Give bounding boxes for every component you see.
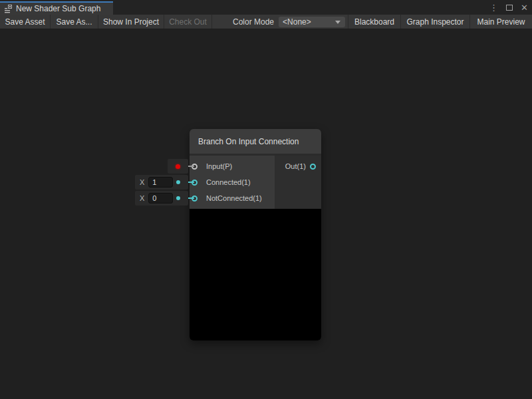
connected-value-field[interactable]: 1 — [148, 177, 173, 188]
out-port-icon[interactable] — [310, 164, 316, 170]
input-port-label: Input(P) — [206, 162, 232, 170]
x-axis-label: X — [140, 194, 144, 202]
toolbar-left-group: Save Asset Save As... Show In Project Ch… — [0, 15, 212, 29]
input-default-swatch-widget — [168, 159, 188, 174]
notconnected-value-field[interactable]: 0 — [148, 193, 173, 203]
port-row-connected: Connected(1) — [190, 174, 275, 190]
notconnected-port-label: NotConnected(1) — [206, 194, 262, 202]
node-body: Input(P) Connected(1) NotConnected(1) Ou… — [190, 156, 321, 209]
close-icon[interactable]: ✕ — [521, 3, 528, 12]
title-bar: New Shader Sub Graph ⋮ ✕ — [0, 0, 532, 15]
subgraph-asset-icon — [4, 5, 13, 13]
port-row-notconnected: NotConnected(1) — [190, 190, 275, 206]
node-preview — [190, 209, 321, 340]
window-controls: ⋮ ✕ — [489, 0, 528, 15]
save-as-button[interactable]: Save As... — [51, 15, 98, 29]
tab-title: New Shader Sub Graph — [16, 4, 100, 13]
out-port-label: Out(1) — [285, 162, 306, 170]
node-output-ports: Out(1) — [275, 156, 321, 209]
x-axis-label: X — [140, 178, 144, 186]
notconnected-default-widget: X 0 — [135, 191, 188, 205]
color-mode-group: Color Mode <None> — [233, 15, 345, 29]
check-out-button[interactable]: Check Out — [164, 15, 212, 29]
toolbar: Save Asset Save As... Show In Project Ch… — [0, 15, 532, 29]
tab-new-shader-sub-graph[interactable]: New Shader Sub Graph — [0, 1, 113, 15]
graph-canvas[interactable]: Branch On Input Connection Input(P) Conn… — [0, 29, 532, 398]
notconnected-widget-dot-icon — [176, 196, 180, 200]
connected-port-label: Connected(1) — [206, 178, 251, 186]
blackboard-toggle-button[interactable]: Blackboard — [348, 15, 400, 29]
predicate-dot-icon[interactable] — [176, 164, 180, 169]
maximize-icon[interactable] — [506, 5, 513, 11]
color-mode-label: Color Mode — [233, 17, 274, 27]
connected-default-widget: X 1 — [135, 175, 188, 190]
menu-icon[interactable]: ⋮ — [489, 3, 498, 12]
node-branch-on-input-connection[interactable]: Branch On Input Connection Input(P) Conn… — [190, 129, 321, 340]
node-title-bar[interactable]: Branch On Input Connection — [190, 129, 321, 154]
port-row-input: Input(P) — [190, 158, 275, 174]
color-mode-dropdown[interactable]: <None> — [279, 17, 345, 27]
dropdown-arrow-icon — [335, 21, 340, 24]
save-asset-button[interactable]: Save Asset — [0, 15, 51, 29]
graph-inspector-toggle-button[interactable]: Graph Inspector — [400, 15, 469, 29]
connected-widget-dot-icon — [176, 180, 180, 184]
node-title: Branch On Input Connection — [198, 137, 299, 146]
main-preview-toggle-button[interactable]: Main Preview — [469, 15, 532, 29]
node-input-ports: Input(P) Connected(1) NotConnected(1) — [190, 156, 275, 209]
color-mode-value: <None> — [283, 17, 311, 27]
show-in-project-button[interactable]: Show In Project — [98, 15, 164, 29]
port-row-out: Out(1) — [275, 158, 321, 174]
toolbar-right-group: Blackboard Graph Inspector Main Preview — [348, 15, 532, 29]
